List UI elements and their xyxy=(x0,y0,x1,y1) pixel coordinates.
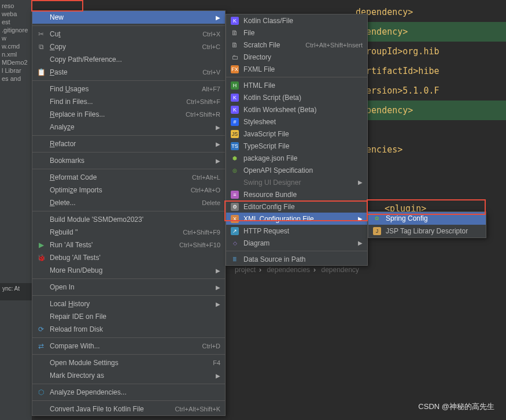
menu-item-fxml-file[interactable]: FXFXML File xyxy=(226,63,367,75)
tree-item[interactable]: es and xyxy=(2,75,30,82)
menu-item-kotlin-class-file[interactable]: KKotlin Class/File xyxy=(226,14,367,27)
menu-item-directory[interactable]: 🗀Directory xyxy=(226,51,367,63)
menu-item-typescript-file[interactable]: TSTypeScript File xyxy=(226,140,367,152)
editor-line: dependency> xyxy=(356,2,506,22)
menu-item-copy[interactable]: ⧉CopyCtrl+C xyxy=(32,40,225,53)
tree-item[interactable]: .gitignore xyxy=(2,27,30,34)
editor-line xyxy=(356,179,506,199)
menu-item-data-source-in-path[interactable]: ≣Data Source in Path xyxy=(226,253,367,265)
menu-item-copy-path-reference[interactable]: Copy Path/Reference... xyxy=(32,53,225,66)
stylesheet-icon: # xyxy=(230,118,240,126)
shortcut: Ctrl+Alt+L xyxy=(192,174,220,181)
editor-line: ndencies> xyxy=(356,140,506,159)
tree-item[interactable]: MDemo2 xyxy=(2,59,30,66)
menu-item-convert-java-file-to-kotlin-file[interactable]: Convert Java File to Kotlin FileCtrl+Alt… xyxy=(32,403,225,415)
menu-item-open-module-settings[interactable]: Open Module SettingsF4 xyxy=(32,356,225,369)
menu-item-label: Copy Path/Reference... xyxy=(46,55,220,64)
menu-item-label: Copy xyxy=(46,43,202,51)
menu-item-html-file[interactable]: HHTML File xyxy=(226,79,367,91)
tree-item[interactable]: n.xml xyxy=(2,51,30,58)
menu-item-refactor[interactable]: Refactor▶ xyxy=(32,137,225,150)
menu-item-scratch-file[interactable]: 🗎Scratch FileCtrl+Alt+Shift+Insert xyxy=(226,39,367,51)
breadcrumb-item[interactable]: dependencies xyxy=(267,266,310,274)
xml-configuration-file-icon: X xyxy=(230,215,240,223)
directory-icon: 🗀 xyxy=(230,53,240,61)
menu-item-find-usages[interactable]: Find UsagesAlt+F7 xyxy=(32,83,225,95)
menu-item-compare-with[interactable]: ⇄Compare With...Ctrl+D xyxy=(32,340,225,352)
menu-item-reload-from-disk[interactable]: ⟳Reload from Disk xyxy=(32,323,225,336)
menu-item-diagram[interactable]: ◇Diagram▶ xyxy=(226,237,367,249)
breadcrumb-item[interactable]: dependency xyxy=(321,266,359,274)
analyze-dependencies--icon: ⬡ xyxy=(36,388,46,396)
run-all-tests--icon: ▶ xyxy=(36,241,46,249)
menu-item-label: Swing UI Designer xyxy=(240,179,353,187)
menu-item-http-request[interactable]: ↗HTTP Request xyxy=(226,225,367,237)
xml-config-submenu[interactable]: ✿Spring ConfigJJSP Tag Library Descripto… xyxy=(368,211,486,238)
menu-item-xml-configuration-file[interactable]: XXML Configuration File▶ xyxy=(226,213,367,225)
menu-item-bookmarks[interactable]: Bookmarks▶ xyxy=(32,154,225,167)
menu-item-local-history[interactable]: Local History▶ xyxy=(32,298,225,310)
menu-item-repair-ide-on-file[interactable]: Repair IDE on File xyxy=(32,310,225,323)
menu-item-find-in-files[interactable]: Find in Files...Ctrl+Shift+F xyxy=(32,95,225,108)
spring-config-icon: ✿ xyxy=(372,214,382,222)
menu-item-stylesheet[interactable]: #Stylesheet xyxy=(226,116,367,128)
menu-item-more-run-debug[interactable]: More Run/Debug▶ xyxy=(32,264,225,277)
chevron-right-icon: ▶ xyxy=(211,141,220,147)
menu-item-jsp-tag-library-descriptor[interactable]: JJSP Tag Library Descriptor xyxy=(368,225,486,237)
menu-item-openapi-specification[interactable]: ◎OpenAPI Specification xyxy=(226,164,367,176)
menu-item-cut[interactable]: ✂CutCtrl+X xyxy=(32,28,225,40)
menu-item-resource-bundle[interactable]: ≡Resource Bundle xyxy=(226,188,367,200)
shortcut: Delete xyxy=(202,199,220,206)
kotlin-worksheet-beta--icon: K xyxy=(230,106,240,114)
menu-item-paste[interactable]: 📋PasteCtrl+V xyxy=(32,66,225,79)
tree-item[interactable]: weba xyxy=(2,10,30,17)
menu-item-open-in[interactable]: Open In▶ xyxy=(32,281,225,293)
menu-item-label: Build Module 'SSMDemo2023' xyxy=(46,215,220,224)
menu-item-debug-all-tests[interactable]: 🐞Debug 'All Tests' xyxy=(32,251,225,264)
menu-item-kotlin-script-beta[interactable]: KKotlin Script (Beta) xyxy=(226,91,367,103)
annotation-box xyxy=(31,0,83,12)
package-json-file-icon: ⬢ xyxy=(230,154,240,162)
tree-item[interactable]: est xyxy=(2,18,30,25)
menu-item-label: Analyze xyxy=(46,123,211,131)
menu-item-optimize-imports[interactable]: Optimize ImportsCtrl+Alt+O xyxy=(32,184,225,196)
new-submenu[interactable]: KKotlin Class/File🗎File🗎Scratch FileCtrl… xyxy=(226,14,368,266)
menu-item-analyze[interactable]: Analyze▶ xyxy=(32,121,225,133)
menu-item-mark-directory-as[interactable]: Mark Directory as▶ xyxy=(32,369,225,382)
menu-item-analyze-dependencies[interactable]: ⬡Analyze Dependencies... xyxy=(32,386,225,399)
menu-item-label: HTML File xyxy=(240,81,363,90)
chevron-right-icon: ▶ xyxy=(211,158,220,164)
menu-item-label: Find in Files... xyxy=(46,98,186,106)
cut-icon: ✂ xyxy=(36,30,46,38)
menu-item-file[interactable]: 🗎File xyxy=(226,27,367,39)
tree-item[interactable]: w xyxy=(2,35,30,42)
menu-item-label: Open In xyxy=(46,283,211,291)
menu-item-run-all-tests[interactable]: ▶Run 'All Tests'Ctrl+Shift+F10 xyxy=(32,239,225,251)
menu-item-kotlin-worksheet-beta[interactable]: KKotlin Worksheet (Beta) xyxy=(226,103,367,116)
tree-item[interactable]: l Librar xyxy=(2,67,30,74)
menu-item-javascript-file[interactable]: JSJavaScript File xyxy=(226,128,367,140)
menu-item-label: EditorConfig File xyxy=(240,203,363,211)
menu-item-replace-in-files[interactable]: Replace in Files...Ctrl+Shift+R xyxy=(32,108,225,121)
menu-item-label: Mark Directory as xyxy=(46,371,211,380)
menu-item-label: Scratch File xyxy=(240,41,305,49)
menu-item-label: File xyxy=(240,29,363,37)
context-menu[interactable]: New▶✂CutCtrl+X⧉CopyCtrl+CCopy Path/Refer… xyxy=(32,10,226,416)
menu-item-label: FXML File xyxy=(240,65,363,73)
menu-item-label: Repair IDE on File xyxy=(46,313,220,321)
sync-panel: ync: At xyxy=(0,283,32,300)
menu-item-spring-config[interactable]: ✿Spring Config xyxy=(368,212,486,225)
menu-item-reformat-code[interactable]: Reformat CodeCtrl+Alt+L xyxy=(32,171,225,184)
menu-item-package-json-file[interactable]: ⬢package.json File xyxy=(226,152,367,164)
breadcrumb-item[interactable]: project xyxy=(235,266,256,274)
shortcut: Ctrl+V xyxy=(202,69,220,76)
menu-item-label: Cut xyxy=(46,30,202,38)
menu-item-build-module-ssmdemo2023[interactable]: Build Module 'SSMDemo2023' xyxy=(32,213,225,226)
debug-all-tests--icon: 🐞 xyxy=(36,254,46,262)
tree-item[interactable]: w.cmd xyxy=(2,43,30,50)
menu-item-editorconfig-file[interactable]: ⚙EditorConfig File xyxy=(226,200,367,213)
menu-item-rebuild-default[interactable]: Rebuild ''Ctrl+Shift+F9 xyxy=(32,226,225,239)
tree-item[interactable]: reso xyxy=(2,2,30,9)
menu-item-delete[interactable]: Delete...Delete xyxy=(32,196,225,209)
menu-item-new[interactable]: New▶ xyxy=(32,11,225,24)
